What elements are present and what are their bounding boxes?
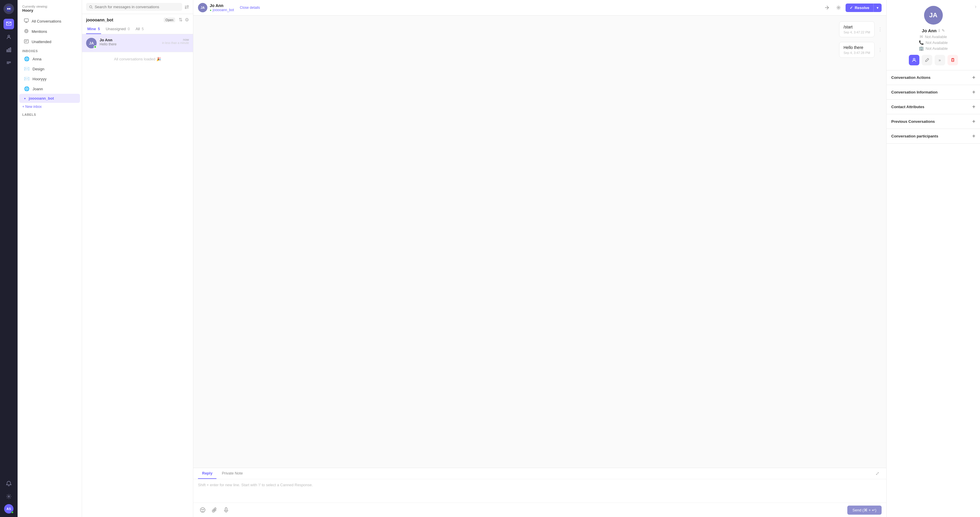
attach-button[interactable] (210, 505, 219, 515)
svg-rect-8 (24, 19, 29, 22)
phone-icon: 📞 (919, 40, 924, 45)
conv-item-jo-ann[interactable]: JA Jo Ann Hello there now in less than a… (82, 34, 193, 52)
accordion-header-conversation-information[interactable]: Conversation Information + (886, 85, 980, 99)
conv-list-title-bar: jooooann_bot Open ⇅ ⚙ (82, 14, 193, 24)
msg-meta-1: Sep 4, 3:47:22 PM (843, 30, 870, 34)
conv-info: Jo Ann Hello there (100, 38, 159, 48)
accordion-header-previous-conversations[interactable]: Previous Conversations + (886, 114, 980, 129)
header-expand-btn[interactable] (822, 3, 832, 12)
header-settings-btn[interactable] (834, 3, 843, 12)
message-row-1: /start Sep 4, 3:47:22 PM ⋮ (205, 21, 875, 37)
filter-options-icon[interactable]: ⚙ (185, 17, 189, 22)
contact-attributes-plus-icon: + (972, 104, 975, 110)
svg-point-13 (838, 7, 839, 8)
resolve-check-icon: ✓ (850, 6, 853, 10)
send-button[interactable]: Send (⌘ + ↵) (847, 506, 881, 515)
contact-forward-btn[interactable]: » (935, 55, 945, 65)
search-box[interactable] (86, 3, 182, 11)
contact-avatar-large: JA (924, 6, 943, 25)
user-avatar[interactable]: AS (4, 504, 13, 514)
contact-profile-btn[interactable] (909, 55, 920, 65)
online-indicator (11, 511, 13, 514)
svg-point-16 (203, 509, 204, 510)
conversation-list: ⇄ jooooann_bot Open ⇅ ⚙ Mine 5 Unassigne… (82, 0, 193, 517)
chat-header: JA Jo Ann ● jooooann_bot Close details (193, 0, 886, 16)
all-loaded-message: All conversations loaded 🎉 (82, 52, 193, 66)
sidebar-item-joann[interactable]: 🌐 Joann (19, 84, 80, 94)
company-icon: 🏢 (919, 46, 924, 51)
contact-edit-icon[interactable]: ✎ (942, 29, 945, 33)
reply-input-area[interactable]: Shift + enter for new line. Start with '… (193, 479, 886, 503)
nav-reports[interactable] (3, 45, 14, 55)
reply-toolbar: Send (⌘ + ↵) (193, 503, 886, 517)
all-conversations-icon (24, 18, 29, 24)
message-more-icon-2[interactable]: ⋮ (878, 47, 883, 53)
sidebar-item-mentions[interactable]: Mentions (19, 26, 80, 37)
message-bubble-1: /start Sep 4, 3:47:22 PM ⋮ (839, 21, 875, 37)
right-panel-close-btn[interactable]: › (975, 3, 977, 10)
nav-conversations[interactable] (3, 19, 14, 29)
labels-section-title: Labels (18, 110, 82, 118)
contact-phone-row: 📞 Not Available (919, 40, 948, 45)
svg-point-2 (9, 8, 11, 10)
nav-contacts[interactable] (3, 32, 14, 42)
nav-notifications[interactable] (3, 478, 14, 489)
hooryyy-inbox-icon: ✉️ (24, 76, 30, 81)
conv-list-badge: Open (164, 18, 175, 22)
tab-unassigned[interactable]: Unassigned 0 (105, 24, 131, 34)
resolve-dropdown-button[interactable]: ▾ (873, 3, 881, 12)
messages-area: /start Sep 4, 3:47:22 PM ⋮ Hello there S… (193, 16, 886, 468)
svg-rect-11 (24, 40, 29, 43)
sidebar-item-hooryyy[interactable]: ✉️ Hooryyy (19, 74, 80, 84)
app-logo[interactable] (3, 3, 14, 14)
accordion-header-conversation-participants[interactable]: Conversation participants + (886, 129, 980, 143)
tab-mine[interactable]: Mine 5 (86, 24, 101, 34)
contact-name-area: Jo Ann ● jooooann_bot (210, 3, 234, 12)
reply-tab-reply[interactable]: Reply (198, 468, 216, 479)
reply-tab-private-note[interactable]: Private Note (218, 468, 247, 479)
unattended-icon (24, 39, 29, 45)
chat-contact-avatar: JA (198, 3, 207, 12)
new-inbox-button[interactable]: + New inbox (18, 103, 82, 110)
conv-list-header: ⇄ (82, 0, 193, 14)
emoji-button[interactable] (198, 505, 207, 515)
search-icon (89, 5, 93, 9)
resolve-button-group: ✓ Resolve ▾ (846, 3, 881, 12)
audio-button[interactable] (221, 505, 231, 515)
sidebar-item-design[interactable]: ✉️ Design (19, 64, 80, 74)
design-inbox-icon: ✉️ (24, 66, 30, 72)
accordion-header-contact-attributes[interactable]: Contact Attributes + (886, 100, 980, 114)
svg-point-18 (913, 58, 915, 60)
accordion-header-conversation-actions[interactable]: Conversation Actions + (886, 70, 980, 85)
resolve-button[interactable]: ✓ Resolve (846, 3, 873, 12)
sort-icon[interactable]: ⇅ (179, 17, 183, 22)
previous-conversations-plus-icon: + (972, 118, 975, 124)
filter-icon[interactable]: ⇄ (185, 4, 189, 10)
nav-settings[interactable] (3, 491, 14, 502)
close-details-link[interactable]: Close details (240, 6, 260, 10)
contact-delete-btn[interactable] (948, 55, 958, 65)
sidebar-item-all-conversations[interactable]: All Conversations (19, 16, 80, 26)
reply-area: Reply Private Note ⤢ Shift + enter for n… (193, 468, 886, 517)
conv-items: JA Jo Ann Hello there now in less than a… (82, 34, 193, 517)
sidebar: Currently viewing: Hoory All Conversatio… (18, 0, 82, 517)
svg-rect-4 (7, 50, 8, 52)
sidebar-item-unattended[interactable]: Unattended (19, 37, 80, 47)
contact-email-row: ✉ Not Available (920, 34, 947, 39)
message-more-icon-1[interactable]: ⋮ (878, 27, 883, 32)
msg-meta-2: Sep 4, 3:47:28 PM (843, 51, 870, 54)
mentions-icon (24, 29, 29, 34)
contact-info-icon[interactable]: ℹ (939, 29, 940, 33)
sidebar-item-anna[interactable]: 🌐 Anna (19, 54, 80, 64)
svg-point-10 (25, 29, 28, 33)
conv-tabs: Mine 5 Unassigned 0 All 5 (82, 24, 193, 34)
search-input[interactable] (95, 5, 179, 9)
svg-point-3 (8, 35, 10, 37)
tab-all[interactable]: All 5 (134, 24, 145, 34)
nav-campaigns[interactable] (3, 57, 14, 68)
contact-edit-btn[interactable] (922, 55, 932, 65)
reply-expand-icon[interactable]: ⤢ (873, 468, 881, 479)
inbox-status-dot: ● (210, 8, 212, 12)
sidebar-item-jooooann-bot[interactable]: ● jooooann_bot (19, 94, 80, 103)
message-row-2: Hello there Sep 4, 3:47:28 PM ⋮ (205, 42, 875, 58)
